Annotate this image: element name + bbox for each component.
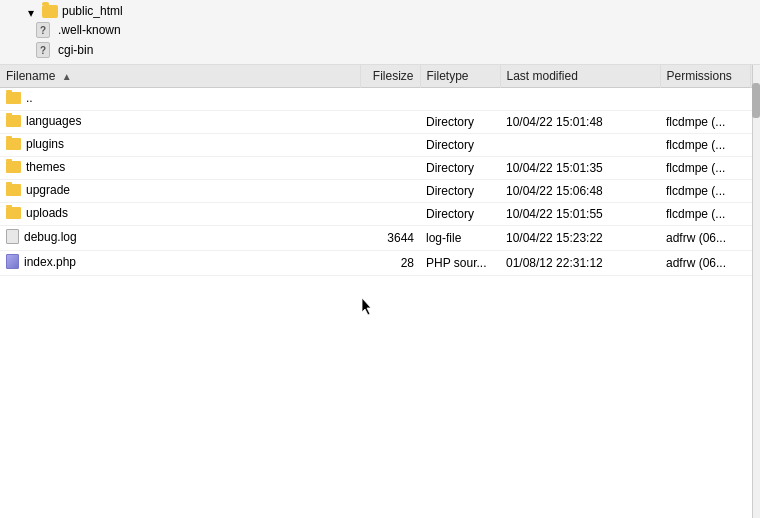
file-name-cell: .. — [0, 88, 360, 111]
file-lastmod-cell — [500, 88, 660, 111]
file-name-label: uploads — [26, 206, 68, 220]
file-type-cell: Directory — [420, 203, 500, 226]
folder-icon — [6, 207, 21, 219]
file-permissions-cell: flcdmpe (... — [660, 134, 750, 157]
file-type-cell: Directory — [420, 157, 500, 180]
scrollbar-track[interactable] — [752, 65, 760, 518]
sort-arrow-icon: ▲ — [62, 71, 72, 82]
file-lastmod-cell: 10/04/22 15:23:22 — [500, 226, 660, 251]
file-table-container: Filename ▲ Filesize Filetype Last modifi… — [0, 65, 760, 518]
file-name-label: .. — [26, 91, 33, 105]
col-header-filename[interactable]: Filename ▲ — [0, 65, 360, 88]
table-row[interactable]: languagesDirectory10/04/22 15:01:48flcdm… — [0, 111, 760, 134]
table-header-row: Filename ▲ Filesize Filetype Last modifi… — [0, 65, 760, 88]
file-name-cell: languages — [0, 111, 360, 134]
tree-item-public-html[interactable]: ▾ public_html — [8, 2, 752, 20]
file-type-cell: Directory — [420, 111, 500, 134]
file-type-cell: Directory — [420, 180, 500, 203]
folder-icon — [6, 184, 21, 196]
file-permissions-cell: flcdmpe (... — [660, 203, 750, 226]
col-header-filetype[interactable]: Filetype — [420, 65, 500, 88]
col-header-lastmod[interactable]: Last modified — [500, 65, 660, 88]
file-lastmod-cell: 01/08/12 22:31:12 — [500, 251, 660, 276]
file-name-cell: plugins — [0, 134, 360, 157]
file-size-cell — [360, 157, 420, 180]
tree-label-public-html: public_html — [62, 4, 123, 18]
file-permissions-cell: adfrw (06... — [660, 251, 750, 276]
tree-item-cgi-bin[interactable]: ? cgi-bin — [8, 40, 752, 60]
file-name-cell: index.php — [0, 251, 360, 276]
table-row[interactable]: themesDirectory10/04/22 15:01:35flcdmpe … — [0, 157, 760, 180]
file-size-cell — [360, 180, 420, 203]
file-permissions-cell: flcdmpe (... — [660, 157, 750, 180]
scrollbar-thumb[interactable] — [752, 83, 760, 118]
file-name-label: debug.log — [24, 230, 77, 244]
file-type-cell: log-file — [420, 226, 500, 251]
file-name-cell: themes — [0, 157, 360, 180]
file-name-cell: debug.log — [0, 226, 360, 251]
file-permissions-cell — [660, 88, 750, 111]
folder-icon — [6, 115, 21, 127]
tree-item-well-known[interactable]: ? .well-known — [8, 20, 752, 40]
file-size-cell — [360, 111, 420, 134]
file-name-label: plugins — [26, 137, 64, 151]
php-file-icon — [6, 254, 19, 269]
tree-label-cgi-bin: cgi-bin — [58, 43, 93, 57]
file-size-cell — [360, 203, 420, 226]
file-name-label: themes — [26, 160, 65, 174]
col-header-filesize[interactable]: Filesize — [360, 65, 420, 88]
chevron-down-icon: ▾ — [28, 6, 38, 16]
folder-icon — [6, 138, 21, 150]
file-size-cell: 3644 — [360, 226, 420, 251]
file-lastmod-cell: 10/04/22 15:01:35 — [500, 157, 660, 180]
file-name-label: upgrade — [26, 183, 70, 197]
file-size-cell — [360, 134, 420, 157]
question-icon-cgi: ? — [36, 42, 50, 58]
file-lastmod-cell: 10/04/22 15:01:55 — [500, 203, 660, 226]
table-row[interactable]: upgradeDirectory10/04/22 15:06:48flcdmpe… — [0, 180, 760, 203]
file-lastmod-cell: 10/04/22 15:01:48 — [500, 111, 660, 134]
table-row[interactable]: index.php28PHP sour...01/08/12 22:31:12a… — [0, 251, 760, 276]
file-icon — [6, 229, 19, 244]
file-table: Filename ▲ Filesize Filetype Last modifi… — [0, 65, 760, 276]
tree-section: ▾ public_html ? .well-known ? cgi-bin — [0, 0, 760, 65]
folder-icon — [6, 92, 21, 104]
file-name-cell: upgrade — [0, 180, 360, 203]
file-type-cell — [420, 88, 500, 111]
file-name-label: languages — [26, 114, 81, 128]
file-size-cell — [360, 88, 420, 111]
table-row[interactable]: debug.log3644log-file10/04/22 15:23:22ad… — [0, 226, 760, 251]
question-icon: ? — [36, 22, 50, 38]
table-row[interactable]: .. — [0, 88, 760, 111]
file-lastmod-cell: 10/04/22 15:06:48 — [500, 180, 660, 203]
file-permissions-cell: adfrw (06... — [660, 226, 750, 251]
file-type-cell: PHP sour... — [420, 251, 500, 276]
table-row[interactable]: pluginsDirectoryflcdmpe (...ftp ftp — [0, 134, 760, 157]
col-header-permissions[interactable]: Permissions — [660, 65, 750, 88]
file-manager: ▾ public_html ? .well-known ? cgi-bin Fi… — [0, 0, 760, 518]
file-name-cell: uploads — [0, 203, 360, 226]
folder-icon — [6, 161, 21, 173]
file-type-cell: Directory — [420, 134, 500, 157]
file-permissions-cell: flcdmpe (... — [660, 180, 750, 203]
folder-icon — [42, 5, 58, 18]
table-row[interactable]: uploadsDirectory10/04/22 15:01:55flcdmpe… — [0, 203, 760, 226]
file-lastmod-cell — [500, 134, 660, 157]
tree-label-well-known: .well-known — [58, 23, 121, 37]
file-permissions-cell: flcdmpe (... — [660, 111, 750, 134]
file-size-cell: 28 — [360, 251, 420, 276]
file-name-label: index.php — [24, 255, 76, 269]
